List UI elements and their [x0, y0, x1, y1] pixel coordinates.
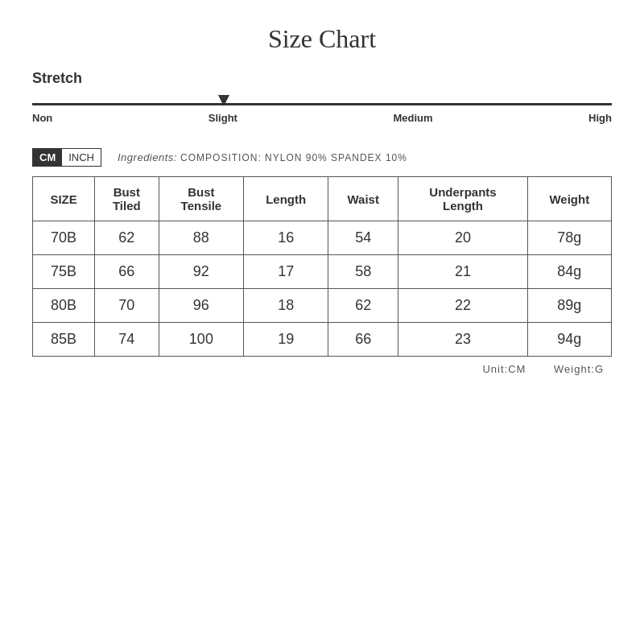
cell-2-0: 80B [33, 289, 95, 323]
cell-2-5: 22 [398, 289, 527, 323]
cell-2-2: 96 [159, 289, 244, 323]
cell-1-3: 17 [244, 255, 328, 289]
stretch-level-high: High [588, 112, 612, 124]
col-size: SIZE [33, 177, 95, 221]
unit-footnote: Unit:CM Weight:G [32, 363, 612, 375]
unit-inch[interactable]: INCH [62, 149, 101, 166]
cell-0-5: 20 [398, 221, 527, 255]
cell-0-6: 78g [527, 221, 611, 255]
ingredients-text: Ingredients: COMPOSITION: NYLON 90% SPAN… [118, 151, 407, 163]
cell-0-2: 88 [159, 221, 244, 255]
stretch-level-non: Non [32, 112, 52, 124]
stretch-bar-section: Non Slight Medium High [32, 103, 612, 124]
ingredients-label: Ingredients: [118, 151, 177, 163]
col-underpants-length: UnderpantsLength [398, 177, 527, 221]
table-row: 75B669217582184g [33, 255, 612, 289]
stretch-bar [32, 103, 612, 105]
page-title: Size Chart [32, 24, 612, 54]
stretch-level-medium: Medium [393, 112, 432, 124]
cell-1-1: 66 [95, 255, 159, 289]
cell-0-4: 54 [328, 221, 398, 255]
cell-2-6: 89g [527, 289, 611, 323]
cell-0-0: 70B [33, 221, 95, 255]
footnote-unit: Unit:CM [482, 363, 526, 375]
cell-1-6: 84g [527, 255, 611, 289]
cell-3-1: 74 [95, 323, 159, 357]
table-row: 70B628816542078g [33, 221, 612, 255]
stretch-level-labels: Non Slight Medium High [32, 112, 612, 124]
stretch-marker [218, 95, 229, 106]
table-row: 85B7410019662394g [33, 323, 612, 357]
cell-1-2: 92 [159, 255, 244, 289]
ingredients-value: COMPOSITION: NYLON 90% SPANDEX 10% [180, 152, 407, 163]
unit-cm[interactable]: CM [33, 149, 62, 166]
col-bust-tiled: BustTiled [95, 177, 159, 221]
stretch-level-slight: Slight [208, 112, 237, 124]
footnote-weight: Weight:G [554, 363, 604, 375]
stretch-label: Stretch [32, 70, 612, 87]
unit-toggle[interactable]: CM INCH [32, 148, 101, 167]
cell-3-6: 94g [527, 323, 611, 357]
cell-1-4: 58 [328, 255, 398, 289]
cell-3-0: 85B [33, 323, 95, 357]
col-weight: Weight [527, 177, 611, 221]
cell-1-0: 75B [33, 255, 95, 289]
cell-3-5: 23 [398, 323, 527, 357]
cell-3-4: 66 [328, 323, 398, 357]
unit-ingredients-row: CM INCH Ingredients: COMPOSITION: NYLON … [32, 148, 612, 167]
cell-2-4: 62 [328, 289, 398, 323]
cell-1-5: 21 [398, 255, 527, 289]
cell-2-3: 18 [244, 289, 328, 323]
size-chart-table: SIZE BustTiled BustTensile Length Waist … [32, 176, 612, 357]
cell-3-2: 100 [159, 323, 244, 357]
col-length: Length [244, 177, 328, 221]
cell-2-1: 70 [95, 289, 159, 323]
svg-marker-0 [218, 95, 229, 106]
cell-0-1: 62 [95, 221, 159, 255]
col-waist: Waist [328, 177, 398, 221]
cell-3-3: 19 [244, 323, 328, 357]
table-header-row: SIZE BustTiled BustTensile Length Waist … [33, 177, 612, 221]
col-bust-tensile: BustTensile [159, 177, 244, 221]
cell-0-3: 16 [244, 221, 328, 255]
table-row: 80B709618622289g [33, 289, 612, 323]
